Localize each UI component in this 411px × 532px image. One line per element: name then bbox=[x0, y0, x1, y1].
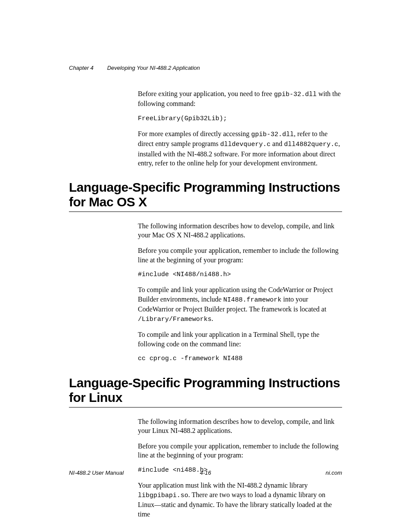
footer-left: NI-488.2 User Manual bbox=[69, 470, 124, 476]
mac-code1: #include <NI488/ni488.h> bbox=[138, 271, 342, 279]
linux-heading: Language-Specific Programming Instructio… bbox=[69, 376, 342, 405]
chapter-title: Developing Your NI-488.2 Application bbox=[107, 65, 200, 71]
heading-rule bbox=[69, 212, 342, 212]
code-inline: /Library/Frameworks bbox=[138, 316, 212, 323]
mac-heading: Language-Specific Programming Instructio… bbox=[69, 180, 342, 210]
text: . bbox=[212, 315, 213, 322]
mac-code2: cc cprog.c -framework NI488 bbox=[138, 355, 342, 363]
chapter-label: Chapter 4 bbox=[69, 65, 93, 71]
linux-p2: Before you compile your application, rem… bbox=[138, 442, 342, 460]
code-inline: gpib-32.dll bbox=[251, 131, 294, 138]
code-inline: libgpibapi.so bbox=[138, 492, 188, 499]
footer: NI-488.2 User Manual 4-16 ni.com bbox=[69, 470, 342, 476]
mac-p2: Before you compile your application, rem… bbox=[138, 246, 342, 264]
code-inline: NI488.framework bbox=[223, 296, 281, 304]
text: and bbox=[271, 140, 284, 147]
code-inline: gpib-32.dll bbox=[274, 91, 317, 98]
intro-block: Before exiting your application, you nee… bbox=[138, 89, 342, 168]
linux-block: The following information describes how … bbox=[138, 417, 342, 519]
intro-code1: FreeLibrary(Gpib32Lib); bbox=[138, 115, 342, 123]
code-inline: dlldevquery.c bbox=[220, 141, 271, 148]
footer-center: 4-16 bbox=[200, 470, 211, 476]
footer-right: ni.com bbox=[326, 470, 342, 476]
running-header: Chapter 4 Developing Your NI-488.2 Appli… bbox=[69, 65, 342, 71]
intro-p2: For more examples of directly accessing … bbox=[138, 129, 342, 168]
text: Before exiting your application, you nee… bbox=[138, 90, 274, 97]
mac-p3: To compile and link your application usi… bbox=[138, 285, 342, 324]
mac-p4: To compile and link your application in … bbox=[138, 330, 342, 348]
mac-block: The following information describes how … bbox=[138, 221, 342, 364]
linux-p1: The following information describes how … bbox=[138, 417, 342, 436]
heading-rule bbox=[69, 407, 342, 408]
text: For more examples of directly accessing bbox=[138, 130, 251, 137]
text: Your application must link with the NI-4… bbox=[138, 482, 308, 489]
mac-p1: The following information describes how … bbox=[138, 221, 342, 240]
code-inline: dll4882query.c bbox=[284, 141, 338, 148]
intro-p1: Before exiting your application, you nee… bbox=[138, 89, 342, 109]
linux-p3: Your application must link with the NI-4… bbox=[138, 481, 342, 519]
page: Chapter 4 Developing Your NI-488.2 Appli… bbox=[0, 0, 411, 532]
